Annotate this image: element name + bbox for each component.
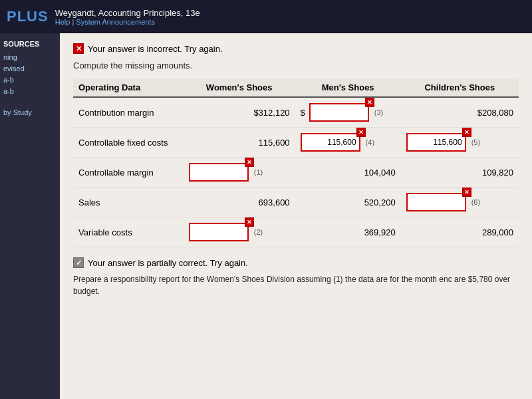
sidebar-item-ab1[interactable]: a-b bbox=[3, 76, 57, 84]
label-4: (4) bbox=[366, 138, 374, 146]
sidebar-item-revised[interactable]: evised bbox=[3, 65, 57, 72]
men-margin-value: 104,040 bbox=[295, 158, 401, 188]
row-label-controllable-margin: Controllable margin bbox=[73, 158, 184, 188]
table-row: Controllable margin ✕ (1) 104,040 109,82… bbox=[73, 158, 519, 188]
label-2: (2) bbox=[254, 228, 263, 236]
col-header-children: Children's Shoes bbox=[401, 78, 519, 97]
input-field-2[interactable] bbox=[189, 223, 249, 241]
feedback-incorrect-text: Your answer is incorrect. Try again. bbox=[88, 44, 223, 54]
input-field-4[interactable] bbox=[301, 133, 360, 152]
input-wrapper-5: ✕ bbox=[406, 133, 466, 152]
accounting-table: Operating Data Women's Shoes Men's Shoes… bbox=[73, 78, 519, 247]
input-wrapper-4: ✕ bbox=[301, 133, 360, 152]
input-field-1[interactable] bbox=[189, 163, 249, 182]
feedback-partial-text: Your answer is partially correct. Try ag… bbox=[88, 258, 248, 268]
input-error-badge-2: ✕ bbox=[245, 217, 254, 227]
col-header-women: Women's Shoes bbox=[184, 78, 295, 97]
input-wrapper-1: ✕ bbox=[189, 163, 249, 182]
instruction-text: Compute the missing amounts. bbox=[73, 61, 519, 70]
men-variable-value: 369,920 bbox=[295, 217, 401, 247]
row-label-variable-costs: Variable costs bbox=[73, 217, 184, 247]
women-margin-input-cell: ✕ (1) bbox=[184, 158, 295, 188]
table-row: Controllable fixed costs 115,600 ✕ (4) bbox=[73, 128, 519, 158]
women-contribution-value: $312,120 bbox=[184, 97, 295, 128]
input-error-badge-3: ✕ bbox=[365, 98, 374, 107]
input-field-5[interactable] bbox=[406, 133, 466, 152]
children-sales-input-cell: ✕ (6) bbox=[401, 188, 519, 217]
sidebar: SOURCES ning evised a-b a-b by Study bbox=[0, 33, 60, 399]
feedback-incorrect-bar: ✕ Your answer is incorrect. Try again. bbox=[73, 43, 519, 54]
women-variable-input-cell: ✕ (2) bbox=[184, 217, 295, 247]
men-contribution-input-cell: $ ✕ (3) bbox=[295, 97, 401, 128]
label-6: (6) bbox=[471, 198, 480, 206]
bottom-instruction: Prepare a responsibility report for the … bbox=[73, 273, 519, 297]
men-fixed-input-cell: ✕ (4) bbox=[295, 128, 401, 158]
input-error-badge-6: ✕ bbox=[462, 188, 471, 197]
children-fixed-input-cell: ✕ (5) bbox=[401, 128, 519, 158]
label-3: (3) bbox=[374, 108, 383, 116]
dollar-sign-3: $ bbox=[301, 108, 305, 118]
input-field-3[interactable] bbox=[309, 103, 369, 122]
content-area: ✕ Your answer is incorrect. Try again. C… bbox=[60, 33, 532, 399]
women-sales-value: 693,600 bbox=[184, 188, 295, 217]
sidebar-resources-label: SOURCES bbox=[3, 40, 57, 48]
table-row: Variable costs ✕ (2) 369,920 289,000 bbox=[73, 217, 519, 247]
row-label-contribution-margin: Contribution margin bbox=[73, 97, 184, 128]
top-bar: PLUS Weygandt, Accounting Principles, 13… bbox=[0, 0, 532, 33]
women-fixed-value: 115,600 bbox=[184, 128, 295, 158]
input-error-badge-1: ✕ bbox=[245, 158, 254, 167]
partial-icon: ✓ bbox=[73, 257, 84, 268]
input-error-badge-4: ✕ bbox=[356, 128, 366, 137]
children-contribution-value: $208,080 bbox=[401, 97, 519, 128]
help-link[interactable]: Help bbox=[55, 18, 70, 26]
top-links: Help | System Announcements bbox=[55, 18, 200, 26]
feedback-partial-bar: ✓ Your answer is partially correct. Try … bbox=[73, 257, 519, 268]
col-header-men: Men's Shoes bbox=[295, 78, 401, 97]
main-layout: SOURCES ning evised a-b a-b by Study ✕ Y… bbox=[0, 33, 532, 399]
sidebar-item-ab2[interactable]: a-b bbox=[3, 87, 57, 95]
input-wrapper-6: ✕ bbox=[406, 193, 466, 211]
men-sales-value: 520,200 bbox=[295, 188, 401, 217]
row-label-sales: Sales bbox=[73, 188, 184, 217]
label-5: (5) bbox=[471, 138, 480, 146]
table-row: Sales 693,600 520,200 ✕ (6) bbox=[73, 188, 519, 217]
row-label-controllable-fixed: Controllable fixed costs bbox=[73, 128, 184, 158]
app-logo: PLUS bbox=[7, 8, 49, 25]
table-row: Contribution margin $312,120 $ ✕ (3) $20… bbox=[73, 97, 519, 128]
input-wrapper-2: ✕ bbox=[189, 223, 249, 241]
sidebar-item-ning[interactable]: ning bbox=[3, 53, 57, 61]
col-header-operating: Operating Data bbox=[73, 78, 184, 97]
sidebar-by-study: by Study bbox=[3, 108, 57, 116]
incorrect-icon: ✕ bbox=[73, 43, 84, 54]
announcements-link[interactable]: System Announcements bbox=[76, 18, 155, 26]
children-margin-value: 109,820 bbox=[401, 158, 519, 188]
label-1: (1) bbox=[254, 168, 263, 176]
input-wrapper-3: ✕ bbox=[309, 103, 369, 122]
book-title: Weygandt, Accounting Principles, 13e bbox=[55, 8, 200, 18]
children-variable-value: 289,000 bbox=[401, 217, 519, 247]
input-error-badge-5: ✕ bbox=[462, 128, 471, 137]
input-field-6[interactable] bbox=[406, 193, 466, 211]
